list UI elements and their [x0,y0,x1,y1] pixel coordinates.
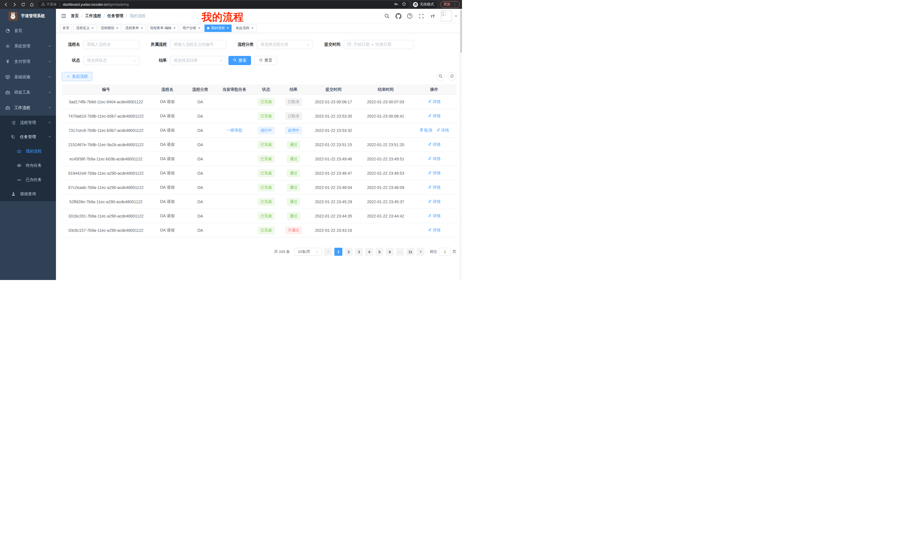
page-size-select[interactable]: 10条/页 [294,248,322,256]
page-number-3[interactable]: 3 [355,248,363,256]
breadcrumb-item[interactable]: 任务管理 [107,13,123,18]
detail-action[interactable]: 详情 [428,171,441,176]
close-icon[interactable]: ✕ [92,26,94,30]
close-icon[interactable]: ✕ [226,26,229,30]
security-chip[interactable]: 不安全 [41,2,57,7]
goto-page-input[interactable]: 1 [439,248,451,256]
sidebar-item-6[interactable]: 流程管理 [0,115,56,130]
caret-down-icon[interactable]: ▼ [454,15,458,18]
update-button[interactable]: 更新 ⋮ [440,1,460,8]
sidebar-item-3[interactable]: 基础设施 [0,69,56,85]
show-search-button[interactable] [436,72,445,81]
more-pages-icon[interactable]: ··· [396,248,404,256]
search-icon[interactable] [384,13,390,19]
back-icon[interactable] [2,1,10,8]
sidebar-item-0[interactable]: 首页 [0,23,56,39]
tab-0[interactable]: 首页 [60,24,72,32]
close-icon[interactable]: ✕ [251,26,254,30]
scrollbar[interactable] [460,9,462,280]
sidebar-item-4[interactable]: 研发工具 [0,85,56,100]
cell-end-time: 2022-01-22 23:49:51 [359,157,412,161]
detail-action[interactable]: 详情 [428,99,441,105]
prev-page-button[interactable] [324,248,332,256]
page-number-5[interactable]: 5 [375,248,384,256]
fullscreen-icon[interactable] [418,13,424,19]
create-process-button[interactable]: ＋ 发起流程 [62,72,93,81]
tab-6[interactable]: 我的流程✕ [204,24,232,32]
github-icon[interactable] [395,13,402,19]
avatar[interactable] [441,10,452,21]
close-icon[interactable]: ✕ [173,26,176,30]
address-bar[interactable]: 不安全 dashboard.yudao.iocoder.cn/bpm/task/… [38,1,409,8]
hamburger-icon[interactable] [60,13,67,19]
process-definition-input[interactable]: 请输入流程定义的编号 [170,40,226,49]
result-badge: 通过 [287,213,300,220]
tab-3[interactable]: 流程表单✕ [123,24,146,32]
search-button[interactable]: 搜索 [228,56,251,65]
next-page-button[interactable] [417,248,424,256]
question-icon[interactable] [406,13,413,19]
sidebar-item-7[interactable]: 任务管理 [0,130,56,144]
cancel-action[interactable]: 取消 [420,128,432,133]
sidebar-item-2[interactable]: ¥支付管理 [0,54,56,69]
cell-category: OA [184,128,216,133]
tab-5[interactable]: 用户分组✕ [180,24,203,32]
cell-status: 已完成 [253,98,279,106]
sidebar-item-10[interactable]: 已办任务 [0,173,56,187]
page-number-11[interactable]: 11 [406,248,414,256]
result-select[interactable]: 请选择流结果 [170,56,226,65]
detail-action[interactable]: 详情 [428,156,441,162]
scrollbar-thumb[interactable] [460,10,462,53]
status-select[interactable]: 请选择状态 [83,56,140,65]
sidebar-item-8[interactable]: 我的流程 [0,144,56,159]
filter-row-2: 状态 请选择状态 结果 请选择流结果 搜索 重置 [62,56,456,65]
page-number-6[interactable]: 6 [386,248,394,256]
cell-category: OA [184,214,216,219]
list-icon [11,120,16,125]
edit-icon [428,185,432,190]
detail-action[interactable]: 详情 [436,128,449,133]
breadcrumb-item[interactable]: 首页 [71,13,79,18]
detail-action[interactable]: 详情 [428,199,441,204]
briefcase-icon [5,105,10,111]
tab-2[interactable]: 流程模型✕ [98,24,121,32]
process-name-input[interactable]: 请输入流程名 [83,40,140,49]
sidebar-item-1[interactable]: 系统管理 [0,39,56,54]
edit-icon [428,142,432,147]
fontsize-icon[interactable]: ᴛT [429,13,436,19]
cell-result: 处理中 [279,127,308,134]
category-select[interactable]: 请选择流程分类 [257,40,313,49]
detail-action[interactable]: 详情 [428,228,441,233]
sidebar-item-5[interactable]: 工作流程 [0,100,56,115]
detail-action[interactable]: 详情 [428,142,441,147]
star-icon[interactable] [402,2,406,7]
sidebar-logo[interactable]: 芋道管理系统 [0,9,56,23]
breadcrumb-item[interactable]: 工作流程 [85,13,101,18]
detail-action[interactable]: 详情 [428,214,441,219]
detail-action[interactable]: 详情 [428,114,441,119]
refresh-button[interactable] [448,72,456,81]
current-task-link[interactable]: 一级审批 [226,128,242,132]
page-number-2[interactable]: 2 [345,248,352,256]
sidebar-item-9[interactable]: 待办任务 [0,159,56,173]
page-number-4[interactable]: 4 [365,248,373,256]
detail-action[interactable]: 详情 [428,185,441,190]
cell-category: OA [184,157,216,161]
page-number-1[interactable]: 1 [334,248,342,256]
reload-icon[interactable] [20,1,27,8]
forward-icon[interactable] [11,1,18,8]
tab-7[interactable]: 发起流程✕ [233,24,256,32]
close-icon[interactable]: ✕ [141,26,143,30]
key-icon[interactable] [394,2,399,7]
result-badge: 通过 [287,198,300,205]
tab-4[interactable]: 流程表单-编辑✕ [147,24,178,32]
close-icon[interactable]: ✕ [198,26,201,30]
sidebar-menu: 首页系统管理¥支付管理基础设施研发工具工作流程流程管理任务管理我的流程待办任务已… [0,23,56,280]
submit-time-range-picker[interactable]: 开始日期 - 结束日期 [344,40,414,49]
more-vertical-icon[interactable]: ⋮ [453,2,457,7]
tab-1[interactable]: 流程定义✕ [74,24,96,32]
close-icon[interactable]: ✕ [116,26,118,30]
reset-button[interactable]: 重置 [254,56,277,65]
sidebar-item-11[interactable]: 请假查询 [0,187,56,201]
home-icon[interactable] [28,1,35,8]
